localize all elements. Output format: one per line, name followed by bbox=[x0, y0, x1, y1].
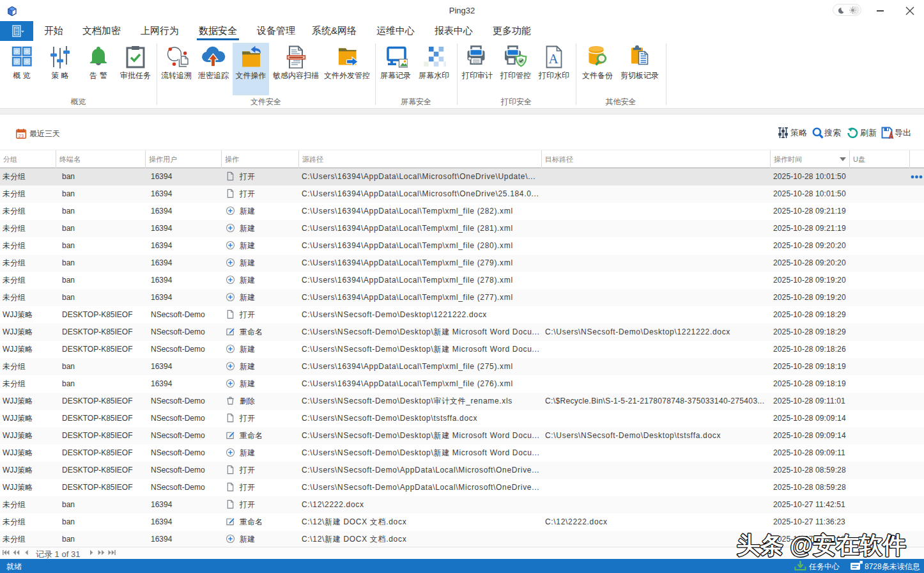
svg-text:头条 @安在软件: 头条 @安在软件 bbox=[737, 532, 906, 558]
svg-text:23: 23 bbox=[19, 133, 24, 139]
svg-text:A: A bbox=[548, 51, 558, 67]
